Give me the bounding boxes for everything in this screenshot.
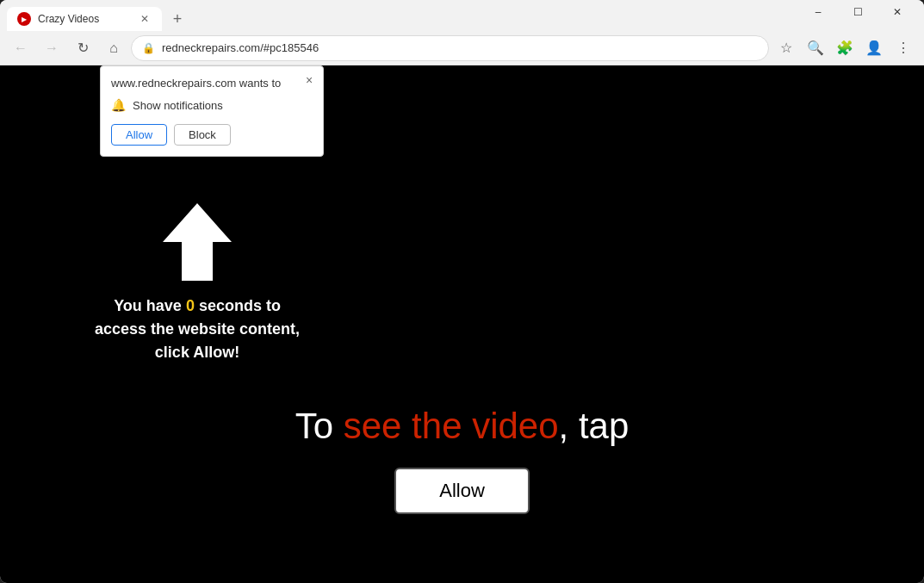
popup-allow-button[interactable]: Allow xyxy=(111,124,167,146)
popup-block-button[interactable]: Block xyxy=(174,124,231,146)
red-text: see the video xyxy=(344,406,559,446)
active-tab[interactable]: Crazy Videos ✕ xyxy=(7,7,162,31)
countdown-number: 0 xyxy=(186,297,195,314)
refresh-button[interactable]: ↻ xyxy=(69,34,96,62)
arrow-text: You have 0 seconds to access the website… xyxy=(95,295,300,364)
extension-button[interactable]: 🧩 xyxy=(831,34,859,62)
allow-button[interactable]: Allow xyxy=(394,468,530,514)
permission-text: Show notifications xyxy=(133,99,223,112)
toolbar-actions: ☆ 🔍 🧩 👤 ⋮ xyxy=(772,34,917,62)
popup-title: www.redneckrepairs.com wants to xyxy=(111,77,313,90)
tab-bar: Crazy Videos ✕ + xyxy=(7,0,189,31)
svg-marker-0 xyxy=(163,203,232,281)
notification-popup: × www.redneckrepairs.com wants to 🔔 Show… xyxy=(100,65,324,157)
tab-favicon xyxy=(17,12,31,26)
window-controls: – ☐ ✕ xyxy=(798,0,917,31)
arrow-container: You have 0 seconds to access the website… xyxy=(95,203,300,364)
bell-icon: 🔔 xyxy=(111,98,126,112)
lock-icon: 🔒 xyxy=(142,42,155,54)
page-content: × www.redneckrepairs.com wants to 🔔 Show… xyxy=(0,65,924,583)
tab-close-button[interactable]: ✕ xyxy=(138,12,152,26)
browser-window: Crazy Videos ✕ + – ☐ ✕ ← → ↻ ⌂ 🔒 redneck… xyxy=(0,0,924,583)
title-bar: Crazy Videos ✕ + – ☐ ✕ xyxy=(0,0,924,31)
toolbar: ← → ↻ ⌂ 🔒 redneckrepairs.com/#pc185546 ☆… xyxy=(0,31,924,65)
popup-permission: 🔔 Show notifications xyxy=(111,98,313,112)
up-arrow-icon xyxy=(163,203,232,281)
menu-button[interactable]: ⋮ xyxy=(890,34,917,62)
close-window-button[interactable]: ✕ xyxy=(877,0,917,24)
address-bar[interactable]: 🔒 redneckrepairs.com/#pc185546 xyxy=(131,35,769,61)
zoom-button[interactable]: 🔍 xyxy=(802,34,829,62)
new-tab-button[interactable]: + xyxy=(165,7,189,31)
back-button[interactable]: ← xyxy=(7,34,34,62)
bookmark-button[interactable]: ☆ xyxy=(772,34,800,62)
maximize-button[interactable]: ☐ xyxy=(838,0,877,24)
profile-button[interactable]: 👤 xyxy=(860,34,888,62)
home-button[interactable]: ⌂ xyxy=(100,34,127,62)
minimize-button[interactable]: – xyxy=(798,0,838,24)
popup-actions: Allow Block xyxy=(111,124,313,146)
tab-title: Crazy Videos xyxy=(38,13,131,25)
popup-close-button[interactable]: × xyxy=(302,73,316,87)
main-text: To see the video, tap xyxy=(295,406,629,447)
forward-button[interactable]: → xyxy=(38,34,65,62)
center-content: To see the video, tap Allow xyxy=(0,406,924,514)
address-text: redneckrepairs.com/#pc185546 xyxy=(162,41,758,54)
